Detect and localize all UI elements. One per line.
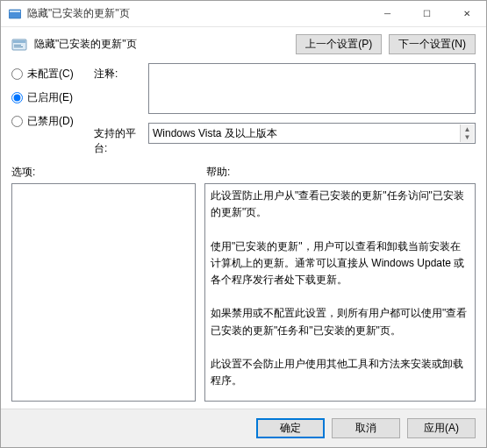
ok-button[interactable]: 确定 — [256, 418, 325, 438]
supported-on-text: Windows Vista 及以上版本 — [153, 126, 277, 141]
radio-not-configured-input[interactable] — [11, 68, 23, 80]
close-button[interactable]: ✕ — [447, 1, 486, 26]
minimize-button[interactable]: ─ — [368, 1, 407, 26]
previous-setting-button[interactable]: 上一个设置(P) — [296, 34, 382, 54]
lower-labels: 选项: 帮助: — [1, 163, 486, 183]
radio-not-configured[interactable]: 未配置(C) — [11, 67, 90, 82]
radio-disabled-input[interactable] — [11, 116, 23, 127]
options-pane[interactable] — [11, 183, 196, 402]
state-radio-group: 未配置(C) 已启用(E) 已禁用(D) — [11, 63, 90, 129]
policy-icon — [11, 37, 27, 53]
radio-disabled[interactable]: 已禁用(D) — [11, 114, 90, 129]
radio-disabled-label: 已禁用(D) — [27, 114, 74, 129]
platform-label: 支持的平台: — [94, 123, 145, 156]
scrollbar-stub[interactable]: ▲▼ — [460, 124, 474, 142]
app-icon — [8, 7, 22, 21]
svg-rect-1 — [10, 11, 20, 12]
supported-on-box: Windows Vista 及以上版本 ▲▼ — [148, 123, 476, 144]
radio-enabled-label: 已启用(E) — [27, 90, 73, 105]
lower-panes: 此设置防止用户从"查看已安装的更新"任务访问"已安装的更新"页。 使用"已安装的… — [1, 183, 486, 409]
svg-rect-3 — [13, 40, 25, 43]
options-label: 选项: — [11, 165, 196, 180]
help-label: 帮助: — [206, 165, 230, 180]
dialog-footer: 确定 取消 应用(A) — [1, 409, 486, 447]
config-area: 未配置(C) 已启用(E) 已禁用(D) 注释: 支持的平台: Windows … — [1, 60, 486, 163]
titlebar: 隐藏"已安装的更新"页 ─ ☐ ✕ — [1, 1, 486, 27]
apply-button[interactable]: 应用(A) — [407, 418, 476, 438]
window-buttons: ─ ☐ ✕ — [368, 1, 486, 26]
cancel-button[interactable]: 取消 — [332, 418, 400, 438]
dialog-window: 隐藏"已安装的更新"页 ─ ☐ ✕ 隐藏"已安装的更新"页 上一个设置(P) 下… — [0, 0, 487, 448]
svg-rect-5 — [14, 46, 23, 47]
radio-enabled[interactable]: 已启用(E) — [11, 90, 90, 105]
radio-not-configured-label: 未配置(C) — [27, 67, 74, 82]
radio-enabled-input[interactable] — [11, 92, 23, 103]
header-title: 隐藏"已安装的更新"页 — [34, 37, 289, 52]
window-title: 隐藏"已安装的更新"页 — [27, 6, 368, 21]
maximize-button[interactable]: ☐ — [407, 1, 447, 26]
svg-rect-4 — [14, 45, 21, 46]
comment-label: 注释: — [94, 63, 145, 82]
next-setting-button[interactable]: 下一个设置(N) — [389, 34, 476, 54]
comment-textarea[interactable] — [148, 63, 476, 114]
header-row: 隐藏"已安装的更新"页 上一个设置(P) 下一个设置(N) — [1, 27, 486, 60]
help-pane[interactable]: 此设置防止用户从"查看已安装的更新"任务访问"已安装的更新"页。 使用"已安装的… — [204, 183, 476, 402]
